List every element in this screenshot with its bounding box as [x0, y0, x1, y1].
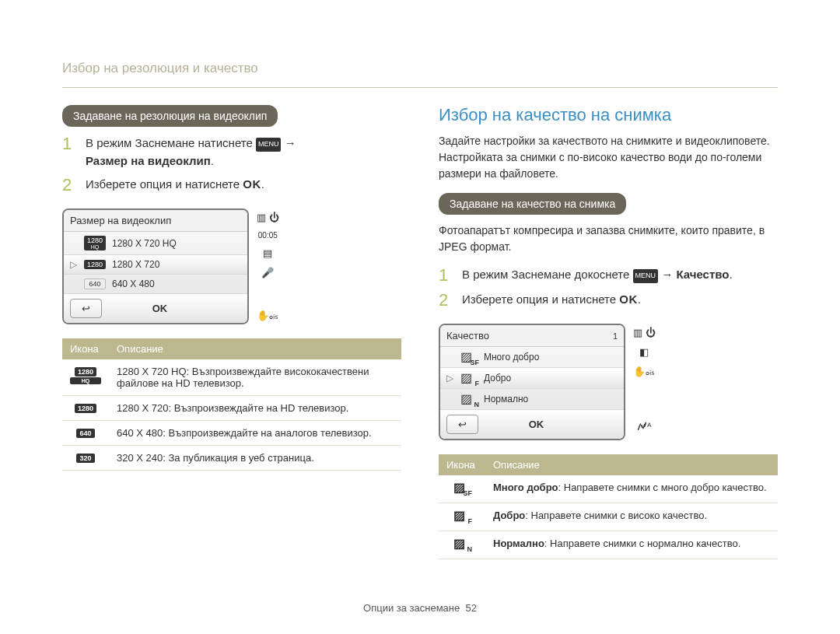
photo-quality-table: Икона Описание SF Много добро: Направете… [439, 454, 778, 559]
lcd-video-size: Размер на видеоклип 1280HQ 1280 X 720 HQ… [62, 208, 249, 324]
table-row: 320 320 X 240: За публикация в уеб стран… [62, 446, 401, 471]
list-item[interactable]: SF Много добро [440, 347, 624, 368]
right-column: Избор на качество на снимка Задайте наст… [439, 105, 778, 559]
page-footer: Опции за заснемане 52 [0, 602, 840, 614]
arrow: → [661, 268, 676, 281]
lcd-side-icons: ▥ ⏻ 00:05 ▤ 🎤 ✋ₒᵢₛ [257, 208, 279, 321]
lcd-side-icons: ▥ ⏻ ◧ ✋ₒᵢₛ 🗲ᴬ [633, 324, 656, 433]
pill-video-resolution: Задаване на резолюция на видеоклип [62, 105, 278, 127]
battery-icon: ▥ ⏻ [633, 327, 656, 338]
resolution-tag: 1280HQ [84, 236, 106, 250]
list-item[interactable]: ▷ 1280 1280 X 720 [64, 255, 247, 275]
item-label: 1280 X 720 [112, 259, 159, 270]
ois-icon: ✋ₒᵢₛ [633, 366, 655, 377]
table-row: N Нормално: Направете снимки с нормално … [439, 531, 778, 559]
cursor-icon: ▷ [446, 373, 454, 384]
ois-icon: ✋ₒᵢₛ [257, 310, 278, 321]
cursor-icon: ▷ [70, 259, 78, 270]
item-label: Добро [484, 373, 511, 384]
video-resolution-table: Икона Описание 1280HQ 1280 X 720 HQ: Въз… [62, 338, 401, 471]
quality-icon: F [460, 372, 478, 384]
step-1: 1 В режим Заснемане докоснете MENU → Кач… [439, 266, 778, 285]
step-text: Изберете опция и натиснете [86, 177, 243, 191]
quality-icon: F [453, 510, 471, 522]
flash-icon: 🗲ᴬ [637, 421, 652, 433]
card-icon: ▤ [263, 247, 272, 259]
th-desc: Описание [485, 454, 778, 475]
step-number: 1 [439, 266, 453, 285]
cell-desc: Много добро: Направете снимки с много до… [485, 475, 778, 503]
arrow: → [285, 136, 296, 149]
item-label: 1280 X 720 HQ [112, 238, 177, 249]
step-2: 2 Изберете опция и натиснете OK. [62, 176, 401, 194]
list-item[interactable]: 640 640 X 480 [64, 275, 247, 294]
step-text: Изберете опция и натиснете [462, 292, 619, 306]
section-heading: Избор на качество на снимка [439, 105, 778, 125]
mic-icon: 🎤 [261, 267, 274, 278]
quality-icon: N [453, 538, 471, 550]
item-label: 640 X 480 [112, 278, 155, 289]
lcd-title: Размер на видеоклип [70, 215, 171, 226]
quality-icon: SF [460, 351, 478, 363]
intro-paragraph: Задайте настройки за качеството на снимк… [439, 133, 778, 182]
lcd-quality: Качество 1 SF Много добро ▷ F Добро [439, 324, 625, 440]
menu-icon: MENU [256, 138, 282, 152]
back-button[interactable]: ↩ [70, 299, 102, 318]
table-row: 1280HQ 1280 X 720 HQ: Възпроизвеждайте в… [62, 359, 401, 396]
quality-icon: SF [453, 482, 471, 494]
list-item[interactable]: N Нормално [440, 389, 624, 410]
list-item[interactable]: ▷ F Добро [440, 368, 624, 389]
step-target: Размер на видеоклип [86, 154, 211, 167]
cell-desc: Добро: Направете снимки с високо качеств… [485, 503, 778, 531]
table-row: 1280 1280 X 720: Възпроизвеждайте на HD … [62, 396, 401, 421]
divider [62, 87, 778, 88]
step-number: 1 [62, 135, 76, 170]
cell-desc: 320 X 240: За публикация в уеб страница. [109, 446, 401, 471]
resolution-tag: 640 [84, 278, 106, 289]
paragraph: Фотоапаратът компресира и запазва снимки… [439, 222, 778, 255]
menu-icon: MENU [633, 269, 659, 283]
cell-desc: 1280 X 720 HQ: Възпроизвеждайте високока… [109, 359, 401, 396]
ok-button[interactable]: OK [529, 419, 544, 430]
step-number: 2 [439, 291, 453, 310]
step-text: В режим Заснемане докоснете [462, 268, 633, 281]
ok-glyph: OK [619, 292, 638, 306]
table-row: SF Много добро: Направете снимки с много… [439, 475, 778, 503]
left-column: Задаване на резолюция на видеоклип 1 В р… [62, 105, 401, 559]
ok-glyph: OK [243, 177, 261, 191]
step-target: Качество [676, 268, 729, 281]
table-row: F Добро: Направете снимки с високо качес… [439, 503, 778, 531]
step-1: 1 В режим Заснемане натиснете MENU → Раз… [62, 135, 401, 170]
cell-desc: 1280 X 720: Възпроизвеждайте на HD телев… [109, 396, 401, 421]
lcd-title: Качество [446, 330, 489, 342]
cell-desc: 640 X 480: Възпроизвеждайте на аналогов … [109, 421, 401, 446]
step-text: В режим Заснемане натиснете [86, 136, 256, 149]
th-icon: Икона [439, 454, 485, 475]
th-icon: Икона [62, 338, 109, 359]
list-item[interactable]: 1280HQ 1280 X 720 HQ [64, 232, 247, 255]
breadcrumb: Избор на резолюция и качество [62, 61, 778, 76]
battery-icon: ▥ ⏻ [257, 212, 279, 223]
cell-desc: Нормално: Направете снимки с нормално ка… [485, 531, 778, 559]
pill-photo-quality: Задаване на качество на снимка [439, 193, 626, 215]
ok-button[interactable]: OK [152, 303, 168, 314]
time-label: 00:05 [258, 231, 278, 240]
step-number: 2 [62, 176, 76, 194]
th-desc: Описание [109, 338, 401, 359]
item-label: Много добро [484, 352, 539, 363]
quality-icon: N [460, 393, 478, 405]
size-icon: ◧ [639, 346, 649, 358]
table-row: 640 640 X 480: Възпроизвеждайте на анало… [62, 421, 401, 446]
step-2: 2 Изберете опция и натиснете OK. [439, 291, 778, 310]
item-label: Нормално [484, 394, 528, 405]
resolution-tag: 1280 [84, 260, 106, 269]
lcd-count: 1 [613, 331, 618, 341]
back-button[interactable]: ↩ [446, 415, 478, 434]
